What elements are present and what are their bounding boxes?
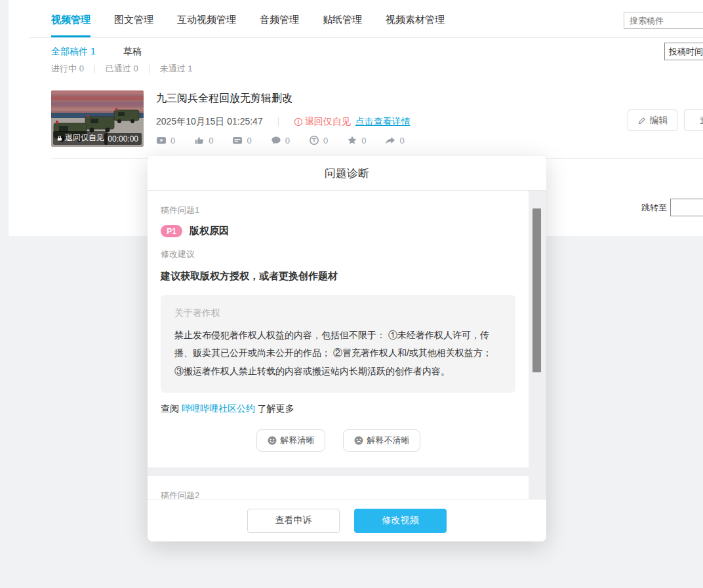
play-icon <box>156 135 167 146</box>
info-box-body: 禁止发布侵犯著作权人权益的内容，包括但不限于： ①未经著作权人许可，传播、贩卖其… <box>174 326 502 380</box>
explanation-unclear-button[interactable]: 解释不清晰 <box>343 429 420 452</box>
tab-sticker-manage[interactable]: 贴纸管理 <box>323 9 362 37</box>
problem-label: 稿件问题2 <box>161 490 515 499</box>
explanation-clear-button[interactable]: 解释清晰 <box>256 429 325 452</box>
danmaku-icon <box>232 135 243 146</box>
share-icon <box>385 135 395 146</box>
problem-label: 稿件问题1 <box>161 205 515 216</box>
modal-footer: 查看申诉 修改视频 <box>148 499 546 541</box>
modal-scrollbar-thumb[interactable] <box>532 208 541 372</box>
video-duration: 00:00:00 <box>104 133 142 145</box>
status-filter-row: 进行中 0 已通过 0 未通过 1 <box>51 63 193 75</box>
modal-title: 问题诊断 <box>148 156 546 191</box>
status-rejected[interactable]: 未通过 1 <box>160 63 193 75</box>
search-input[interactable] <box>624 12 703 29</box>
tab-video-material-manage[interactable]: 视频素材管理 <box>386 9 445 37</box>
pagination-jump: 跳转至 <box>641 199 703 216</box>
thumbnail-status-badge: 退回仅自见 <box>53 131 108 145</box>
feedback-row: 解释清晰 解释不清晰 <box>161 429 515 452</box>
tab-interactive-video-manage[interactable]: 互动视频管理 <box>177 9 236 37</box>
tab-audio-manage[interactable]: 音频管理 <box>260 9 299 37</box>
video-meta-row: 2025年10月15日 01:25:47 退回仅自见 点击查看详情 <box>156 116 411 128</box>
status-separator <box>149 65 150 73</box>
tabs-divider <box>30 37 703 38</box>
edit-button[interactable]: 编辑 <box>628 109 677 131</box>
stat-danmaku: 0 <box>232 135 251 146</box>
problem-section-2: 稿件问题2 P2 版权原因 修改建议 <box>148 476 529 499</box>
tab-video-manage[interactable]: 视频管理 <box>51 9 90 37</box>
lock-icon <box>56 135 63 142</box>
coin-icon <box>309 135 319 146</box>
info-box-title: 关于著作权 <box>174 307 502 319</box>
filter-drafts[interactable]: 草稿 <box>123 46 142 58</box>
video-stats-row: 0 0 0 0 0 0 0 <box>156 135 405 146</box>
comment-icon <box>271 135 281 146</box>
modify-video-button[interactable]: 修改视频 <box>354 509 447 533</box>
view-button[interactable]: 查看 <box>684 109 703 131</box>
tab-article-manage[interactable]: 图文管理 <box>114 9 153 37</box>
status-approved[interactable]: 已通过 0 <box>106 63 138 75</box>
rejection-notice: 退回仅自见 <box>294 116 351 128</box>
filter-all-submissions[interactable]: 全部稿件 1 <box>51 46 96 58</box>
view-details-link[interactable]: 点击查看详情 <box>355 116 411 128</box>
sort-label: 投稿时间排序 <box>669 46 703 58</box>
suggestion-label: 修改建议 <box>161 248 515 260</box>
video-title[interactable]: 九三阅兵全程回放无剪辑删改 <box>156 92 292 106</box>
jump-label: 跳转至 <box>641 202 667 214</box>
filter-row: 全部稿件 1 草稿 <box>51 46 142 58</box>
info-circle-icon <box>294 117 303 127</box>
stat-likes: 0 <box>194 135 213 146</box>
stat-favorites: 0 <box>347 135 366 146</box>
copyright-info-box: 关于著作权 禁止发布侵犯著作权人权益的内容，包括但不限于： ①未经著作权人许可，… <box>161 295 515 393</box>
problem-section-1: 稿件问题1 P1 版权原因 修改建议 建议获取版权方授权，或者更换创作题材 关于… <box>148 191 529 467</box>
modal-scroll-area: 稿件问题1 P1 版权原因 修改建议 建议获取版权方授权，或者更换创作题材 关于… <box>148 191 546 499</box>
filter-all-count: 1 <box>90 46 96 56</box>
video-date: 2025年10月15日 01:25:47 <box>156 116 263 128</box>
pencil-icon <box>637 116 647 125</box>
community-convention-link[interactable]: 哔哩哔哩社区公约 <box>182 403 255 414</box>
problem-reason: 版权原因 <box>190 225 229 237</box>
star-icon <box>347 135 357 146</box>
jump-page-input[interactable] <box>670 199 703 216</box>
thumbs-up-icon <box>194 135 205 146</box>
stat-shares: 0 <box>385 135 404 146</box>
sad-face-icon <box>353 435 364 446</box>
status-separator <box>94 65 95 73</box>
meta-separator <box>278 117 279 127</box>
stat-comments: 0 <box>271 135 290 146</box>
stat-views: 0 <box>156 135 175 146</box>
video-thumbnail[interactable]: 退回仅自见 00:00:00 <box>51 90 144 147</box>
community-convention-row: 查阅 哔哩哔哩社区公约 了解更多 <box>161 403 515 415</box>
status-in-progress[interactable]: 进行中 0 <box>51 63 84 75</box>
suggestion-text: 建议获取版权方授权，或者更换创作题材 <box>161 270 515 283</box>
smile-face-icon <box>267 435 277 446</box>
stat-coins: 0 <box>309 135 328 146</box>
filter-all-label: 全部稿件 <box>51 46 88 56</box>
problem-diagnosis-modal: 问题诊断 稿件问题1 P1 版权原因 修改建议 建议获取版权方授权，或者更换创作… <box>148 156 546 541</box>
view-appeal-button[interactable]: 查看申诉 <box>247 509 340 533</box>
sort-dropdown[interactable]: 投稿时间排序 <box>664 43 703 60</box>
top-tabs: 视频管理 图文管理 互动视频管理 音频管理 贴纸管理 视频素材管理 <box>51 9 445 37</box>
priority-badge: P1 <box>161 225 182 237</box>
